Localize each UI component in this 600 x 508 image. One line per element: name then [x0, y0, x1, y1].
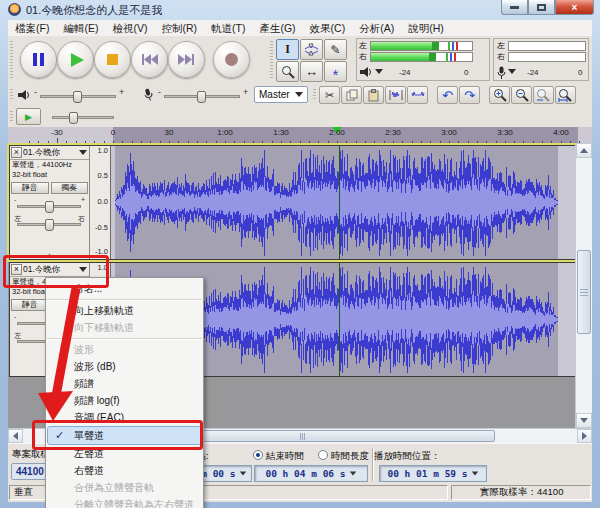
track-collapse-handle[interactable]: ▲: [10, 251, 89, 259]
scroll-up-button[interactable]: [576, 143, 592, 158]
stop-button[interactable]: [94, 41, 131, 78]
microphone-icon: [497, 66, 506, 79]
zoom-tool-button[interactable]: [276, 61, 299, 82]
timeline-ruler[interactable]: -300301:001:302:002:303:003:304:00: [8, 127, 592, 144]
toolbar-grip[interactable]: [270, 41, 273, 79]
gain-thumb[interactable]: [45, 201, 54, 213]
ruler-label--30: -30: [51, 128, 63, 137]
track-close-button[interactable]: ×: [11, 264, 22, 275]
close-button[interactable]: ×: [555, 0, 594, 15]
zoom-out-button[interactable]: [511, 86, 532, 104]
menubar-item-1[interactable]: 編輯(E): [56, 20, 105, 36]
multi-tool-button[interactable]: *: [324, 61, 347, 82]
toolbar-grip[interactable]: [10, 41, 13, 79]
waveform-area[interactable]: [111, 146, 575, 259]
solo-button[interactable]: 獨奏: [51, 182, 89, 194]
track-bitdepth-info: 32-bit float: [10, 170, 89, 180]
input-source-dropdown-icon: [295, 92, 303, 97]
input-volume-thumb[interactable]: [197, 91, 206, 103]
track-menu-item-2[interactable]: 向上移動軌道: [46, 302, 203, 319]
mute-button[interactable]: 靜音: [11, 299, 49, 311]
ruler-label-4:00: 4:00: [553, 128, 569, 137]
maximize-button[interactable]: [528, 0, 555, 15]
playback-meter-right-label: 右: [359, 52, 367, 61]
menubar-item-4[interactable]: 軌道(T): [204, 20, 252, 36]
track-menu-item-6[interactable]: 波形 (dB): [46, 358, 203, 375]
input-volume-slider[interactable]: [164, 95, 240, 98]
skip-to-end-button[interactable]: [168, 41, 205, 78]
status-left-segment: 垂直: [9, 485, 49, 500]
menubar-item-0[interactable]: 檔案(F): [8, 20, 56, 36]
copy-button[interactable]: [341, 86, 362, 104]
output-volume-thumb[interactable]: [73, 91, 82, 103]
silence-audio-button[interactable]: [407, 86, 428, 104]
envelope-tool-button[interactable]: [300, 39, 323, 60]
menubar-item-3[interactable]: 控制(R): [154, 20, 204, 36]
undo-button[interactable]: ↶: [437, 86, 458, 104]
menubar-item-8[interactable]: 說明(H): [401, 20, 451, 36]
menubar-item-7[interactable]: 分析(A): [352, 20, 401, 36]
play-button[interactable]: [57, 41, 94, 78]
waveform-image: [115, 146, 558, 259]
envelope-tool-icon: [304, 43, 319, 56]
playback-position-field[interactable]: 00 h 01 m 59 s: [379, 465, 487, 482]
menubar-item-5[interactable]: 產生(G): [252, 20, 302, 36]
scroll-right-button[interactable]: [577, 429, 592, 443]
end-time-radio[interactable]: [253, 450, 263, 460]
playback-speed-slider[interactable]: [52, 116, 114, 119]
track-menu-dropdown[interactable]: [79, 267, 87, 272]
track-close-button[interactable]: ×: [11, 147, 22, 158]
zoom-in-button[interactable]: [489, 86, 510, 104]
input-slider-max: +: [243, 87, 248, 97]
recording-meter-dropdown[interactable]: [508, 69, 516, 74]
play-at-speed-button[interactable]: ▶: [16, 108, 41, 125]
scroll-down-button[interactable]: [576, 413, 592, 428]
time-shift-tool-button[interactable]: ↔: [300, 61, 323, 82]
fit-selection-button[interactable]: [533, 86, 554, 104]
length-radio[interactable]: [318, 450, 328, 460]
trim-audio-button[interactable]: [385, 86, 406, 104]
pan-slider[interactable]: [17, 223, 81, 226]
output-volume-slider[interactable]: [40, 95, 116, 98]
cut-button[interactable]: ✂: [319, 86, 340, 104]
playback-meter-left-label: 左: [359, 41, 367, 50]
track-title: 01.今晚你: [23, 147, 79, 159]
pan-thumb[interactable]: [45, 219, 54, 231]
minimize-button[interactable]: [501, 0, 528, 15]
track-menu-item-11[interactable]: 左聲道: [46, 445, 203, 462]
vertical-scrollbar[interactable]: [575, 143, 592, 428]
skip-to-start-button[interactable]: [131, 41, 168, 78]
playback-speed-thumb[interactable]: [69, 112, 78, 124]
status-left-text: 垂直: [14, 486, 33, 499]
playback-meter-dropdown[interactable]: [375, 69, 383, 74]
skip-to-start-icon: [141, 53, 158, 66]
track-menu-item-0[interactable]: 命名...: [46, 280, 203, 297]
gain-slider[interactable]: [17, 205, 81, 208]
ruler-label-3:00: 3:00: [441, 128, 457, 137]
track-menu-item-9[interactable]: 音調 (EAC): [46, 409, 203, 426]
toolbar-grip[interactable]: [313, 89, 316, 101]
menubar-item-6[interactable]: 效果(C): [303, 20, 353, 36]
menubar-item-2[interactable]: 檢視(V): [105, 20, 154, 36]
scroll-left-button[interactable]: [8, 429, 23, 443]
track-menu-item-10[interactable]: 單聲道✓: [48, 427, 201, 444]
toolbar-grip[interactable]: [10, 89, 13, 101]
fit-project-button[interactable]: [555, 86, 576, 104]
track-menu-item-8[interactable]: 頻譜 log(f): [46, 392, 203, 409]
mute-button[interactable]: 靜音: [11, 182, 49, 194]
redo-button[interactable]: ↷: [459, 86, 480, 104]
pause-button[interactable]: [20, 41, 57, 78]
vertical-scroll-thumb[interactable]: [577, 250, 591, 334]
record-button[interactable]: [213, 41, 250, 78]
paste-button[interactable]: [363, 86, 384, 104]
track-menu-item-7[interactable]: 頻譜: [46, 375, 203, 392]
input-source-select[interactable]: Master: [254, 86, 308, 103]
field-dropdown-icon: [471, 472, 477, 476]
track-menu-dropdown[interactable]: [79, 150, 87, 155]
toolbar-grip[interactable]: [10, 111, 13, 122]
selection-end-field[interactable]: 00 h 04 m 06 s: [254, 465, 368, 482]
draw-tool-button[interactable]: ✎: [324, 39, 347, 60]
track-menu-item-12[interactable]: 右聲道: [46, 462, 203, 479]
selection-tool-button[interactable]: I: [276, 39, 299, 60]
audio-track-1[interactable]: ×01.今晚你單聲道，44100Hz32-bit float靜音獨奏-+左右▲1…: [9, 145, 576, 260]
